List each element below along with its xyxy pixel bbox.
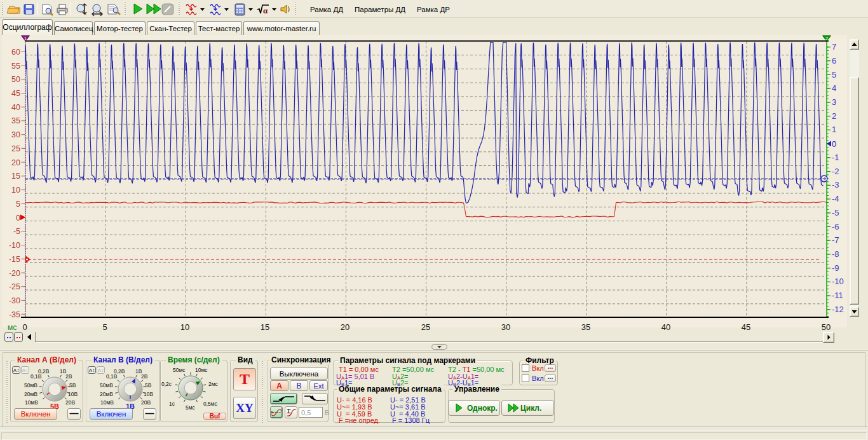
svg-text:-1: -1 [832,153,839,162]
svg-text:0: 0 [16,214,20,223]
svg-text:55: 55 [11,62,20,71]
svg-text:-25: -25 [9,282,20,291]
svg-text:4: 4 [832,83,836,93]
svg-text:20: 20 [341,322,349,332]
svg-text:10: 10 [11,186,20,195]
svg-text:2: 2 [825,36,828,41]
svg-text:45: 45 [742,322,750,332]
svg-text:0: 0 [832,139,836,149]
svg-text:-2: -2 [832,167,839,176]
svg-text:5: 5 [102,322,107,332]
svg-text:-30: -30 [9,296,20,305]
svg-text:25: 25 [421,322,430,332]
svg-text:3: 3 [832,97,836,107]
svg-text:15: 15 [261,322,269,332]
svg-text:25: 25 [11,144,20,153]
svg-text:-20: -20 [9,269,20,278]
svg-text:-35: -35 [9,310,20,319]
svg-text:2: 2 [832,111,836,121]
svg-text:-8: -8 [832,249,839,259]
svg-text:-15: -15 [9,255,20,264]
svg-text:30: 30 [501,322,510,332]
svg-text:-9: -9 [832,263,839,273]
svg-text:35: 35 [581,322,590,332]
svg-text:-12: -12 [832,305,844,314]
svg-text:60: 60 [11,48,20,57]
svg-text:-3: -3 [832,180,839,189]
svg-text:-5: -5 [13,227,20,236]
svg-text:40: 40 [11,103,20,112]
svg-text:45: 45 [11,89,20,98]
svg-text:мс: мс [8,323,17,332]
svg-text:-4: -4 [832,194,839,203]
svg-text:50: 50 [11,75,20,84]
svg-text:1: 1 [24,36,27,41]
svg-text:-10: -10 [832,277,844,286]
svg-text:5: 5 [16,200,20,209]
svg-text:-6: -6 [832,222,839,231]
svg-text:5: 5 [832,70,836,79]
svg-text:10: 10 [180,322,189,332]
svg-text:-5: -5 [832,208,839,217]
svg-text:-11: -11 [832,291,843,300]
svg-text:35: 35 [11,116,20,125]
svg-text:30: 30 [11,130,20,139]
svg-text:α: α [263,6,268,15]
svg-text:7: 7 [832,42,836,52]
svg-text:15: 15 [11,172,20,181]
svg-text:-10: -10 [9,241,20,250]
svg-text:-7: -7 [832,235,839,245]
svg-text:1: 1 [832,125,836,134]
svg-text:0: 0 [22,322,27,332]
svg-text:50: 50 [822,322,831,332]
svg-text:6: 6 [832,56,836,65]
svg-text:20: 20 [11,158,20,167]
svg-text:40: 40 [661,322,670,332]
